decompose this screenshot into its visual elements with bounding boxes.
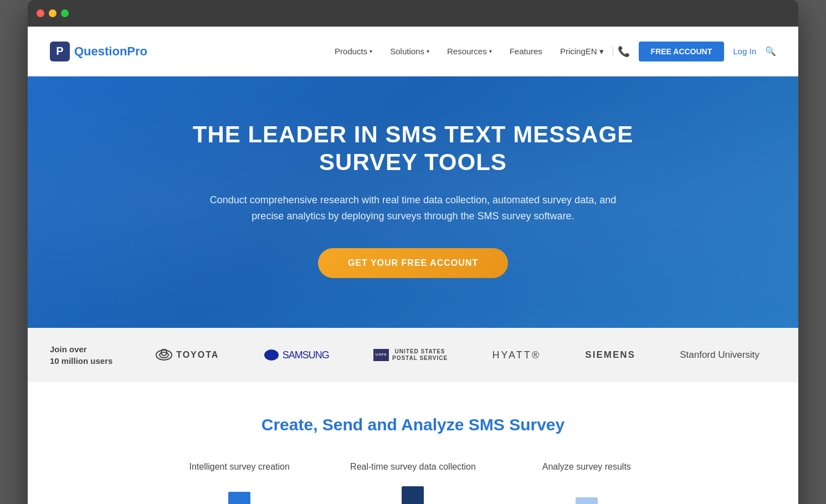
nav-item-features[interactable]: Features — [510, 47, 542, 56]
feature-grid: Intelligent survey creation Real-time su… — [164, 462, 663, 504]
chevron-down-icon: ▾ — [599, 47, 604, 56]
svg-point-3 — [264, 349, 279, 361]
feature-label-3: Analyze survey results — [542, 462, 631, 472]
chevron-down-icon: ▾ — [489, 48, 492, 54]
phone-icon[interactable]: 📞 — [618, 45, 630, 58]
login-link[interactable]: Log In — [733, 47, 756, 56]
feature-item-2: Real-time survey data collection — [337, 462, 489, 504]
close-button[interactable] — [37, 9, 44, 17]
nav-link-solutions[interactable]: Solutions ▾ — [390, 47, 429, 56]
nav-item-pricing[interactable]: Pricing — [560, 47, 586, 56]
chevron-down-icon: ▾ — [427, 48, 429, 54]
brands-logos: TOYOTA SAMSUNG USPS UNITED STATESPOSTAL … — [138, 348, 776, 362]
feature-indicator-1 — [228, 492, 250, 504]
browser-chrome — [28, 0, 798, 27]
browser-content: P QuestionPro Products ▾ Solutions ▾ — [28, 27, 798, 504]
feature-bar-2 — [402, 481, 424, 504]
feature-item-3: Analyze survey results — [511, 462, 662, 504]
feature-label-2: Real-time survey data collection — [350, 462, 476, 472]
nav-link-pricing[interactable]: Pricing — [560, 47, 586, 56]
maximize-button[interactable] — [61, 9, 69, 17]
hero-content: THE LEADER IN SMS TEXT MESSAGE SURVEY TO… — [164, 121, 663, 278]
language-selector[interactable]: EN ▾ — [586, 47, 613, 56]
cta-button[interactable]: GET YOUR FREE ACCOUNT — [318, 248, 508, 278]
nav-item-products[interactable]: Products ▾ — [335, 47, 372, 56]
nav-links: Products ▾ Solutions ▾ Resources ▾ — [335, 47, 586, 56]
brand-toyota: TOYOTA — [155, 349, 219, 361]
logo[interactable]: P QuestionPro — [50, 42, 147, 61]
hero-title: THE LEADER IN SMS TEXT MESSAGE SURVEY TO… — [164, 121, 663, 177]
feature-bar-3 — [576, 481, 598, 504]
brand-siemens: SIEMENS — [585, 349, 635, 361]
brand-hyatt: HYATT® — [492, 349, 541, 361]
navbar: P QuestionPro Products ▾ Solutions ▾ — [28, 27, 798, 76]
chevron-down-icon: ▾ — [370, 48, 372, 54]
section-title: Create, Send and Analyze SMS Survey — [50, 415, 776, 434]
search-icon[interactable]: 🔍 — [765, 46, 776, 56]
samsung-logo-icon — [264, 349, 279, 361]
feature-label-1: Intelligent survey creation — [189, 462, 289, 472]
brand-stanford: Stanford University — [680, 349, 760, 361]
brand-usps: USPS UNITED STATESPOSTAL SERVICE — [373, 348, 448, 362]
usps-logo-icon: USPS — [373, 349, 389, 361]
feature-indicator-2 — [402, 486, 424, 504]
main-content: Create, Send and Analyze SMS Survey Inte… — [28, 382, 798, 504]
nav-item-solutions[interactable]: Solutions ▾ — [390, 47, 429, 56]
feature-bar-1 — [228, 481, 250, 504]
toyota-logo-icon — [155, 349, 173, 361]
nav-link-resources[interactable]: Resources ▾ — [447, 47, 492, 56]
feature-item-1: Intelligent survey creation — [164, 462, 315, 504]
brands-join-text: Join over 10 million users — [50, 343, 138, 367]
nav-link-products[interactable]: Products ▾ — [335, 47, 372, 56]
hero-section: THE LEADER IN SMS TEXT MESSAGE SURVEY TO… — [28, 76, 798, 328]
brands-bar: Join over 10 million users TOYOTA — [28, 328, 798, 382]
brand-samsung: SAMSUNG — [264, 349, 329, 361]
browser-window: P QuestionPro Products ▾ Solutions ▾ — [28, 0, 798, 504]
minimize-button[interactable] — [49, 9, 57, 17]
feature-indicator-3 — [576, 497, 598, 504]
svg-text:USPS: USPS — [376, 353, 387, 356]
free-account-button[interactable]: FREE ACCOUNT — [639, 42, 725, 61]
nav-link-features[interactable]: Features — [510, 47, 542, 56]
logo-text: QuestionPro — [74, 44, 147, 59]
hero-subtitle: Conduct comprehensive research with real… — [206, 192, 621, 224]
logo-icon: P — [50, 42, 70, 61]
nav-item-resources[interactable]: Resources ▾ — [447, 47, 492, 56]
